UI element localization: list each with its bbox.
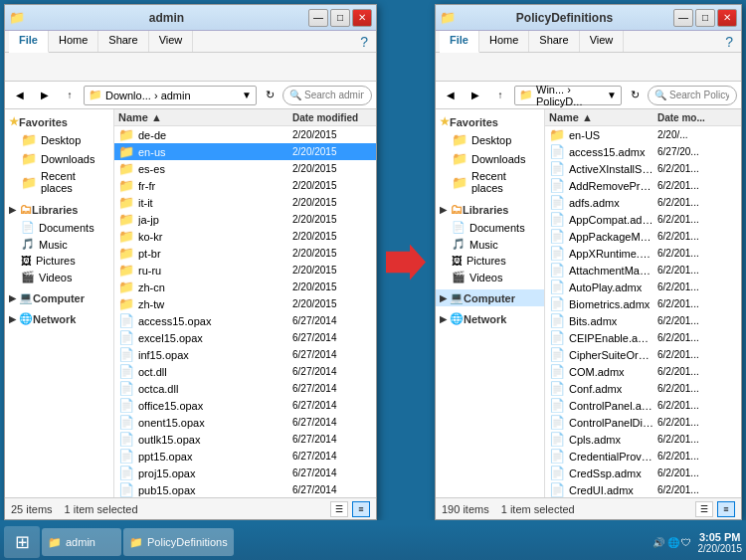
file-item[interactable]: 📄 Conf.admx 6/2/201... <box>545 380 741 397</box>
file-item[interactable]: 📄 AppPackageManager.admx 6/2/201... <box>545 228 741 245</box>
right-search-input[interactable] <box>669 90 729 100</box>
right-forward-button[interactable]: ▶ <box>465 86 486 105</box>
file-item[interactable]: 📄 COM.admx 6/2/201... <box>545 363 741 380</box>
left-sidebar-item-documents[interactable]: 📄 Documents <box>5 219 113 236</box>
left-help-button[interactable]: ? <box>360 34 368 50</box>
file-item[interactable]: 📁 es-es 2/20/2015 <box>114 160 376 177</box>
left-refresh-button[interactable]: ↻ <box>260 86 280 105</box>
file-item[interactable]: 📁 pt-br 2/20/2015 <box>114 245 376 262</box>
start-button[interactable]: ⊞ <box>4 526 40 558</box>
file-item[interactable]: 📁 ja-jp 2/20/2015 <box>114 211 376 228</box>
taskbar-explorer-right[interactable]: 📁 PolicyDefinitions <box>123 528 234 556</box>
left-sidebar-item-videos[interactable]: 🎬 Videos <box>5 269 113 285</box>
left-tab-view[interactable]: View <box>149 31 194 52</box>
left-sidebar-libraries-header[interactable]: ▶ 🗂 Libraries <box>5 200 113 219</box>
right-sidebar-item-desktop[interactable]: 📁 Desktop <box>436 130 544 149</box>
right-col-name[interactable]: Name ▲ <box>549 111 657 123</box>
file-item[interactable]: 📄 Cpls.admx 6/2/201... <box>545 431 741 448</box>
file-item[interactable]: 📄 inf15.opax 6/27/2014 <box>114 346 376 363</box>
right-sidebar-favorites-header[interactable]: ★ Favorites <box>436 113 544 130</box>
left-tab-share[interactable]: Share <box>98 31 148 52</box>
file-item[interactable]: 📄 Biometrics.admx 6/2/201... <box>545 295 741 312</box>
left-sidebar-item-downloads[interactable]: 📁 Downloads <box>5 149 113 168</box>
file-item[interactable]: 📁 it-it 2/20/2015 <box>114 194 376 211</box>
file-item[interactable]: 📄 octca.dll 6/27/2014 <box>114 380 376 397</box>
file-item[interactable]: 📄 CredUI.admx 6/2/201... <box>545 481 741 497</box>
file-item[interactable]: 📄 ActiveXInstallService.admx 6/2/201... <box>545 160 741 177</box>
left-forward-button[interactable]: ▶ <box>34 86 56 105</box>
right-tab-file[interactable]: File <box>440 31 479 53</box>
file-item[interactable]: 📄 outlk15.opax 6/27/2014 <box>114 431 376 448</box>
file-item[interactable]: 📄 adfs.admx 6/2/201... <box>545 194 741 211</box>
right-help-button[interactable]: ? <box>725 34 733 50</box>
file-item[interactable]: 📄 AddRemovePrograms.admx 6/2/201... <box>545 177 741 194</box>
left-col-date[interactable]: Date modified <box>292 112 372 123</box>
right-view-details-button[interactable]: ≡ <box>717 501 735 517</box>
file-item[interactable]: 📄 ControlPanel.admx 6/2/201... <box>545 397 741 414</box>
left-address-path[interactable]: Downlo... › admin <box>105 90 242 101</box>
file-item[interactable]: 📁 en-us 2/20/2015 <box>114 143 376 160</box>
right-address-path[interactable]: Win... › PolicyD... <box>536 84 607 107</box>
right-tab-view[interactable]: View <box>580 31 625 52</box>
left-tab-home[interactable]: Home <box>49 31 98 52</box>
file-item[interactable]: 📁 ru-ru 2/20/2015 <box>114 262 376 279</box>
right-close-button[interactable]: ✕ <box>717 9 737 27</box>
file-item[interactable]: 📄 AppXRuntime.admx 6/2/201... <box>545 245 741 262</box>
file-item[interactable]: 📁 zh-tw 2/20/2015 <box>114 295 376 312</box>
right-up-button[interactable]: ↑ <box>489 86 511 105</box>
file-item[interactable]: 📄 office15.opax 6/27/2014 <box>114 397 376 414</box>
taskbar-explorer-left[interactable]: 📁 admin <box>42 528 121 556</box>
right-sidebar-computer-header[interactable]: ▶ 💻 Computer <box>436 289 544 306</box>
file-item[interactable]: 📁 fr-fr 2/20/2015 <box>114 177 376 194</box>
left-view-details-button[interactable]: ≡ <box>352 501 370 517</box>
file-item[interactable]: 📄 excel15.opax 6/27/2014 <box>114 329 376 346</box>
right-col-date[interactable]: Date mo... <box>657 112 737 123</box>
file-item[interactable]: 📄 pub15.opax 6/27/2014 <box>114 481 376 497</box>
file-item[interactable]: 📁 en-US 2/20/... <box>545 126 741 143</box>
file-item[interactable]: 📄 oct.dll 6/27/2014 <box>114 363 376 380</box>
left-search-input[interactable] <box>304 90 364 100</box>
file-item[interactable]: 📄 ppt15.opax 6/27/2014 <box>114 448 376 465</box>
left-back-button[interactable]: ◀ <box>9 86 31 105</box>
left-tab-file[interactable]: File <box>9 31 49 53</box>
right-sidebar-item-videos[interactable]: 🎬 Videos <box>436 269 544 285</box>
left-minimize-button[interactable]: — <box>308 9 328 27</box>
right-tab-share[interactable]: Share <box>529 31 579 52</box>
right-sidebar-item-music[interactable]: 🎵 Music <box>436 236 544 253</box>
left-path-dropdown[interactable]: ▼ <box>242 90 252 100</box>
file-item[interactable]: 📄 CipherSuiteOrder.admx 6/2/201... <box>545 346 741 363</box>
left-view-list-button[interactable]: ☰ <box>330 501 348 517</box>
file-item[interactable]: 📄 access15.admx 6/27/20... <box>545 143 741 160</box>
file-item[interactable]: 📁 ko-kr 2/20/2015 <box>114 228 376 245</box>
left-sidebar-item-desktop[interactable]: 📁 Desktop <box>5 130 113 149</box>
file-item[interactable]: 📄 CEIPEnable.admx 6/2/201... <box>545 329 741 346</box>
left-maximize-button[interactable]: □ <box>330 9 350 27</box>
left-col-name[interactable]: Name ▲ <box>118 111 292 123</box>
right-sidebar-item-recent[interactable]: 📁 Recent places <box>436 168 544 196</box>
left-sidebar-network-header[interactable]: ▶ 🌐 Network <box>5 310 113 327</box>
file-item[interactable]: 📄 AttachmentManager.admx 6/2/201... <box>545 262 741 279</box>
file-item[interactable]: 📁 de-de 2/20/2015 <box>114 126 376 143</box>
left-sidebar-item-pictures[interactable]: 🖼 Pictures <box>5 253 113 269</box>
right-maximize-button[interactable]: □ <box>695 9 715 27</box>
file-item[interactable]: 📄 proj15.opax 6/27/2014 <box>114 465 376 481</box>
right-view-list-button[interactable]: ☰ <box>695 501 713 517</box>
right-sidebar-network-header[interactable]: ▶ 🌐 Network <box>436 310 544 327</box>
right-minimize-button[interactable]: — <box>673 9 693 27</box>
file-item[interactable]: 📄 access15.opax 6/27/2014 <box>114 312 376 329</box>
right-tab-home[interactable]: Home <box>479 31 529 52</box>
file-item[interactable]: 📄 CredSsp.admx 6/2/201... <box>545 465 741 481</box>
file-item[interactable]: 📁 zh-cn 2/20/2015 <box>114 279 376 295</box>
left-sidebar-item-recent[interactable]: 📁 Recent places <box>5 168 113 196</box>
file-item[interactable]: 📄 onent15.opax 6/27/2014 <box>114 414 376 431</box>
file-item[interactable]: 📄 CredentialProviders.admx 6/2/201... <box>545 448 741 465</box>
left-close-button[interactable]: ✕ <box>352 9 372 27</box>
right-sidebar-item-downloads[interactable]: 📁 Downloads <box>436 149 544 168</box>
file-item[interactable]: 📄 AutoPlay.admx 6/2/201... <box>545 279 741 295</box>
file-item[interactable]: 📄 ControlPanelDisplay.admx 6/2/201... <box>545 414 741 431</box>
right-path-dropdown[interactable]: ▼ <box>607 90 617 100</box>
right-sidebar-libraries-header[interactable]: ▶ 🗂 Libraries <box>436 200 544 219</box>
right-sidebar-item-pictures[interactable]: 🖼 Pictures <box>436 253 544 269</box>
file-item[interactable]: 📄 Bits.admx 6/2/201... <box>545 312 741 329</box>
left-sidebar-favorites-header[interactable]: ★ Favorites <box>5 113 113 130</box>
